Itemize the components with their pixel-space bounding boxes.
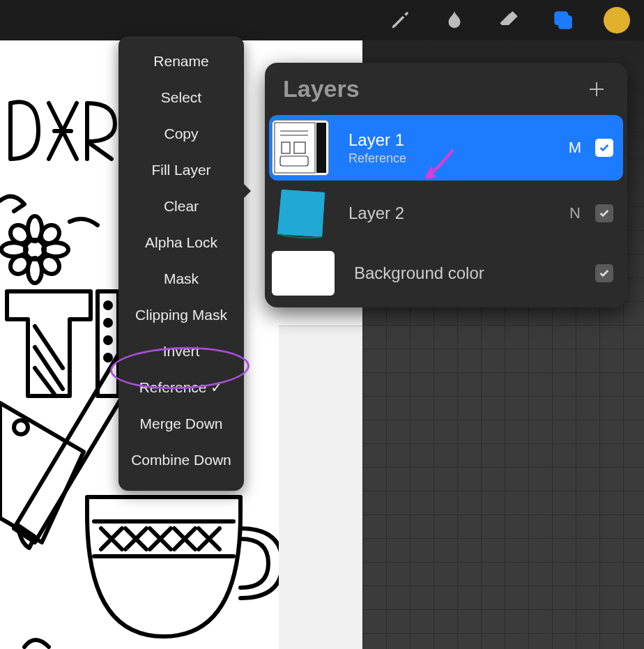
visibility-checkbox[interactable] xyxy=(595,139,613,157)
layer-name: Layer 2 xyxy=(348,204,555,223)
layers-title: Layers xyxy=(283,75,360,102)
ctx-clear[interactable]: Clear xyxy=(118,188,244,224)
layer-row-1[interactable]: Layer 1 Reference M xyxy=(269,115,623,181)
smudge-icon[interactable] xyxy=(440,6,468,34)
ctx-fill-layer[interactable]: Fill Layer xyxy=(118,152,244,188)
blend-mode-letter[interactable]: N xyxy=(565,204,585,222)
layer-thumbnail xyxy=(272,120,329,176)
layer-name: Background color xyxy=(354,264,555,283)
svg-marker-24 xyxy=(277,190,325,237)
ctx-reference[interactable]: Reference ✓ xyxy=(118,369,244,406)
layers-panel: Layers Layer 1 Reference M Layer 2 xyxy=(265,63,627,307)
layer-row-background[interactable]: Background color xyxy=(265,246,627,300)
layer-name: Layer 1 xyxy=(348,130,555,150)
visibility-checkbox[interactable] xyxy=(595,204,613,222)
ctx-select[interactable]: Select xyxy=(118,79,244,116)
ctx-mask[interactable]: Mask xyxy=(118,261,244,297)
ctx-alpha-lock[interactable]: Alpha Lock xyxy=(118,224,244,261)
ctx-rename[interactable]: Rename xyxy=(118,43,244,79)
ctx-invert[interactable]: Invert xyxy=(118,333,244,369)
ctx-combine-down[interactable]: Combine Down xyxy=(118,442,244,478)
add-layer-button[interactable] xyxy=(584,77,609,102)
eraser-icon[interactable] xyxy=(495,6,523,34)
top-toolbar xyxy=(0,0,644,40)
visibility-checkbox[interactable] xyxy=(595,264,613,282)
layer-row-2[interactable]: Layer 2 N xyxy=(265,181,627,246)
layer-thumbnail xyxy=(272,251,335,296)
color-swatch[interactable] xyxy=(604,7,630,33)
layer-context-menu: Rename Select Copy Fill Layer Clear Alph… xyxy=(118,36,244,491)
layer-subtitle: Reference xyxy=(348,151,555,166)
ctx-clipping-mask[interactable]: Clipping Mask xyxy=(118,297,244,333)
layer-thumbnail xyxy=(272,185,329,241)
svg-rect-1 xyxy=(558,15,572,29)
layers-icon[interactable] xyxy=(549,6,577,34)
svg-rect-19 xyxy=(316,123,326,173)
blend-mode-letter[interactable]: M xyxy=(565,139,585,157)
brush-icon[interactable] xyxy=(386,6,414,34)
ctx-merge-down[interactable]: Merge Down xyxy=(118,406,244,442)
ctx-copy[interactable]: Copy xyxy=(118,116,244,152)
